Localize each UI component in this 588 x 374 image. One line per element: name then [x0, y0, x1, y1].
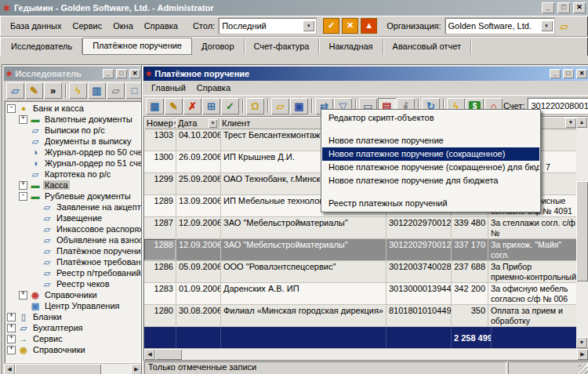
- resize-grip[interactable]: [579, 365, 588, 374]
- folder-open-icon[interactable]: ▱: [561, 21, 568, 31]
- tree-item[interactable]: ▱ Инкассовое распоряжение: [5, 223, 141, 234]
- context-menu-item[interactable]: Реестр платежных поручений: [322, 197, 539, 210]
- toolbar-button[interactable]: ϟ: [69, 82, 87, 99]
- tree-expander[interactable]: +: [7, 313, 16, 321]
- minimize-button[interactable]: _: [103, 69, 114, 78]
- explorer-hscrollbar[interactable]: ◀ ▶: [4, 364, 142, 374]
- tree-item[interactable]: ▱ Картотека по р/с: [5, 169, 141, 180]
- toolbar-button[interactable]: ✗: [183, 98, 201, 114]
- toolbar-button[interactable]: ✎: [165, 98, 183, 114]
- tree-item[interactable]: - ● Банк и касса: [5, 103, 141, 114]
- toolbar-button[interactable]: ▱: [6, 82, 24, 99]
- grid-vscrollbar[interactable]: ▲ ▼: [576, 117, 588, 348]
- tree-item[interactable]: ▱ Документы в выписку: [5, 136, 141, 147]
- scrollbar-thumb[interactable]: [15, 364, 101, 374]
- menu-item[interactable]: База данных: [5, 20, 67, 32]
- tree-item[interactable]: ▱ Объявление на взнос: [5, 234, 141, 245]
- tree-item[interactable]: + ▯ Бланки: [5, 311, 141, 322]
- tree-expander[interactable]: -: [19, 192, 27, 201]
- toolbar-button[interactable]: »: [44, 82, 62, 99]
- window-tab[interactable]: Договор: [192, 38, 245, 54]
- tree-item[interactable]: ▱ Выписки по р/с: [5, 125, 141, 136]
- close-button[interactable]: ✕: [576, 69, 587, 78]
- toolbar-button[interactable]: ✓: [221, 98, 239, 114]
- desk-action-button[interactable]: ▲: [361, 18, 377, 34]
- maximize-button[interactable]: □: [557, 2, 570, 13]
- toolbar-button[interactable]: ✎: [25, 82, 43, 99]
- desk-combobox[interactable]: Последний ▼: [218, 17, 317, 34]
- tree-item[interactable]: ▱ Реестр чеков: [5, 278, 141, 289]
- menu-item[interactable]: Справка: [139, 20, 183, 32]
- scroll-left-icon[interactable]: ◀: [144, 349, 155, 360]
- menu-item[interactable]: Главный: [147, 82, 191, 93]
- tree-item[interactable]: ▣ Центр Управления: [5, 300, 141, 311]
- context-menu-item[interactable]: Новое платежное поручение: [322, 134, 539, 147]
- minimize-button[interactable]: _: [550, 69, 561, 78]
- close-button[interactable]: ✕: [129, 69, 140, 78]
- toolbar-button[interactable]: ▦: [146, 98, 164, 114]
- tree-item[interactable]: + → Сервис: [5, 333, 141, 344]
- context-menu-item[interactable]: Редактор скрипт-объектов: [322, 111, 539, 125]
- toolbar-button[interactable]: Ω: [246, 98, 264, 114]
- scroll-right-icon[interactable]: ▶: [131, 364, 142, 374]
- organization-combobox[interactable]: Golden Software, Ltd. ▼: [445, 17, 555, 34]
- tree-expander[interactable]: +: [7, 346, 16, 354]
- toolbar-button[interactable]: ⊞: [202, 98, 220, 114]
- filter-icon[interactable]: ▼: [209, 119, 217, 128]
- tree-item[interactable]: ▱ Реестр п/требований: [5, 267, 141, 278]
- tree-expander[interactable]: +: [7, 324, 16, 332]
- toolbar-button[interactable]: ▱: [271, 98, 289, 114]
- tree-item[interactable]: ▱ Платёжное поручение: [5, 245, 141, 256]
- tree-expander[interactable]: +: [19, 291, 27, 300]
- table-row[interactable]: 1283 01.09.2006 Даренских А.В. ИП 301300…: [144, 283, 576, 305]
- toolbar-button[interactable]: ▣: [290, 98, 308, 114]
- window-tab[interactable]: Платёжное поручение: [82, 38, 192, 55]
- table-row[interactable]: 1280 30.08.2006 Филиал «Минская городска…: [144, 305, 576, 327]
- column-header-date[interactable]: Дата▼: [176, 117, 220, 129]
- window-tab[interactable]: Исследователь: [2, 38, 82, 54]
- close-button[interactable]: ✕: [573, 2, 586, 13]
- tree-item[interactable]: + ◉ Справочники: [5, 289, 141, 300]
- context-menu-item[interactable]: Новое платежное поручение для бюджета: [322, 174, 539, 187]
- tree-item[interactable]: ▱ Заявление на акцепт: [5, 202, 141, 212]
- tree-expander[interactable]: +: [7, 335, 16, 343]
- table-row[interactable]: 1288 12.09.2006 ЗАО "Мебельстройматериал…: [144, 239, 576, 261]
- table-row[interactable]: 1286 05.09.2006 ООО "Ровалэнтспецсервис"…: [144, 261, 576, 283]
- tree-item[interactable]: + ▬ Касса: [5, 180, 141, 191]
- menu-item[interactable]: Окна: [107, 20, 139, 32]
- tree-expander[interactable]: +: [19, 115, 27, 124]
- tree-item[interactable]: ▱ Извещение: [5, 212, 141, 223]
- toolbar-button[interactable]: ▥: [88, 82, 106, 99]
- minimize-button[interactable]: _: [542, 2, 554, 13]
- tree-item[interactable]: + ◉ Справочники: [5, 344, 141, 355]
- tree-expander[interactable]: -: [7, 104, 16, 113]
- scrollbar-thumb[interactable]: [155, 349, 182, 360]
- chevron-down-icon[interactable]: ▼: [541, 20, 553, 31]
- context-menu-item[interactable]: Новое платежное поручение (сокращенное) …: [322, 161, 539, 174]
- menu-item[interactable]: Справка: [192, 82, 235, 93]
- window-tab[interactable]: Накладная: [319, 38, 383, 54]
- tree-item[interactable]: - ▬ Рублевые документы: [5, 191, 141, 202]
- table-row[interactable]: 1287 12.09.2006 ЗАО "Мебельстройматериал…: [144, 217, 576, 239]
- maximize-button[interactable]: □: [563, 69, 574, 78]
- column-header-number[interactable]: Номер▼: [144, 117, 176, 129]
- scroll-left-icon[interactable]: ◀: [4, 364, 15, 374]
- scroll-down-icon[interactable]: ▼: [576, 337, 587, 348]
- window-tab[interactable]: Счет-фактура: [245, 38, 320, 54]
- tree-item[interactable]: ◑ Журнал-ордер по 51 счету: [5, 158, 141, 169]
- desk-action-button[interactable]: ✓: [323, 18, 339, 34]
- scrollbar-thumb[interactable]: [576, 181, 588, 281]
- scroll-right-icon[interactable]: ▶: [577, 349, 588, 360]
- tree-item[interactable]: + ▱ Бухгалтерия: [5, 322, 141, 333]
- chevron-down-icon[interactable]: ▼: [303, 20, 314, 31]
- tree-expander[interactable]: +: [19, 181, 27, 190]
- menu-item[interactable]: Сервис: [67, 20, 108, 32]
- maximize-button[interactable]: □: [116, 69, 127, 78]
- tree-item[interactable]: ▱ Платёжное требование: [5, 256, 141, 267]
- desk-action-button[interactable]: ✕: [342, 18, 358, 34]
- column-picker-icon[interactable]: ▼: [565, 118, 576, 128]
- context-menu-item[interactable]: Новое платежное поручение (сокращенное): [322, 147, 539, 161]
- scroll-up-icon[interactable]: ▲: [576, 117, 587, 128]
- tree-item[interactable]: ◑ Журнал-ордер по 50 счету: [5, 147, 141, 158]
- window-tab[interactable]: Авансовый отчет: [383, 38, 471, 54]
